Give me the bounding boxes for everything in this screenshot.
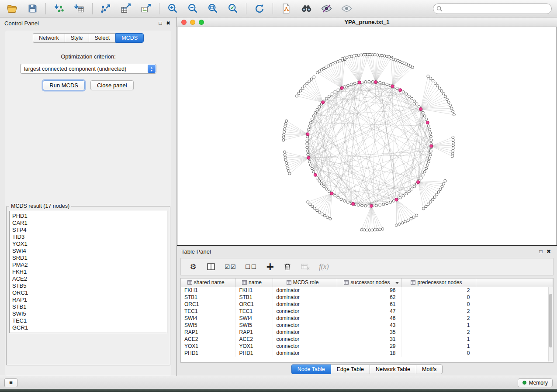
mcds-result-item[interactable]: SRD1 xyxy=(12,254,164,261)
zoom-fit-icon[interactable] xyxy=(206,2,220,15)
float-panel-icon[interactable]: □ xyxy=(156,19,164,27)
tab-style[interactable]: Style xyxy=(65,33,89,43)
tab-network[interactable]: Network xyxy=(33,33,65,43)
window-zoom-icon[interactable] xyxy=(199,20,204,25)
import-network-icon[interactable] xyxy=(52,2,66,15)
mcds-result-item[interactable]: TEC1 xyxy=(12,317,164,324)
window-minimize-icon[interactable] xyxy=(190,20,195,25)
column-header-successor-nodes[interactable]: successor nodes xyxy=(337,279,401,287)
close-panel-icon[interactable]: ✖ xyxy=(545,248,553,255)
table-cell: YOX1 xyxy=(235,343,273,350)
table-cell: dominator xyxy=(273,350,337,357)
column-header-name[interactable]: name xyxy=(235,279,273,287)
delete-column-trash-icon[interactable] xyxy=(282,261,293,273)
table-row[interactable]: STB1STB1dominator620 xyxy=(181,294,553,301)
mcds-result-item[interactable]: ACE2 xyxy=(12,275,164,282)
scrollbar-thumb[interactable] xyxy=(549,294,552,347)
table-cell: 2 xyxy=(401,287,476,294)
table-cell-filler xyxy=(476,287,553,294)
float-panel-icon[interactable]: □ xyxy=(537,248,545,255)
search-input[interactable] xyxy=(433,3,552,14)
mcds-result-item[interactable]: TID3 xyxy=(12,234,164,241)
table-row[interactable]: TEC1TEC1connector472 xyxy=(181,308,553,315)
criterion-dropdown[interactable]: largest connected component (undirected)… xyxy=(20,64,156,74)
run-mcds-button[interactable]: Run MCDS xyxy=(43,80,85,90)
window-close-icon[interactable] xyxy=(181,20,187,25)
mcds-result-item[interactable]: FKH1 xyxy=(12,268,164,275)
table-scrollbar xyxy=(548,287,553,361)
column-header-predecessor-nodes[interactable]: predecessor nodes xyxy=(401,279,476,287)
mcds-result-item[interactable]: RAP1 xyxy=(12,296,164,303)
tab-network-table[interactable]: Network Table xyxy=(370,364,416,374)
export-image-icon[interactable] xyxy=(139,2,153,15)
table-cell: STB1 xyxy=(181,294,235,301)
column-header-filler xyxy=(476,279,553,287)
mcds-result-item[interactable]: STB5 xyxy=(12,282,164,289)
table-row[interactable]: FKH1FKH1dominator962 xyxy=(181,287,553,294)
table-row[interactable]: ORC1ORC1dominator610 xyxy=(181,301,553,308)
memory-button[interactable]: Memory xyxy=(518,378,553,387)
toolbar-separator xyxy=(92,3,93,14)
mcds-result-item[interactable]: CAR1 xyxy=(12,220,164,227)
network-graph xyxy=(177,27,557,245)
application-window: Control Panel □ ✖ NetworkStyleSelectMCDS… xyxy=(0,0,557,392)
select-all-columns-icon[interactable]: ☑☑ xyxy=(224,261,237,273)
find-binoculars-icon[interactable] xyxy=(299,2,313,15)
share-document-icon[interactable] xyxy=(279,2,293,15)
table-cell: PHD1 xyxy=(235,350,273,357)
table-cell: PHD1 xyxy=(181,350,235,357)
hide-details-eye-icon[interactable] xyxy=(319,2,333,15)
apply-layout-icon[interactable] xyxy=(253,2,266,15)
table-row[interactable]: RAP1RAP1dominator352 xyxy=(181,329,553,336)
mcds-result-item[interactable]: PMA2 xyxy=(12,261,164,268)
import-table-icon[interactable] xyxy=(72,2,86,15)
column-header-MCDS-role[interactable]: MCDS role xyxy=(273,279,337,287)
table-row[interactable]: PHD1PHD1dominator180 xyxy=(181,350,553,357)
table-cell: 2 xyxy=(401,308,476,315)
table-cell: RAP1 xyxy=(235,329,273,336)
save-session-icon[interactable] xyxy=(25,2,39,15)
zoom-selected-icon[interactable] xyxy=(226,2,240,15)
table-row[interactable]: SWI4SWI4dominator462 xyxy=(181,315,553,322)
optimization-criterion-label: Optimization criterion: xyxy=(5,53,171,60)
task-history-menu-icon[interactable]: ≡ xyxy=(4,378,17,387)
mcds-result-item[interactable]: PHD1 xyxy=(12,213,164,220)
export-network-icon[interactable] xyxy=(99,2,113,15)
mcds-result-item[interactable]: SWI4 xyxy=(12,248,164,254)
mcds-result-item[interactable]: YOX1 xyxy=(12,241,164,248)
table-cell: dominator xyxy=(273,301,337,308)
table-cell: 2 xyxy=(401,329,476,336)
table-row[interactable]: SWI5SWI5connector431 xyxy=(181,322,553,329)
control-panel: Control Panel □ ✖ NetworkStyleSelectMCDS… xyxy=(0,17,177,376)
close-panel-icon[interactable]: ✖ xyxy=(164,19,172,27)
table-row[interactable]: YOX1YOX1connector291 xyxy=(181,343,553,350)
tab-motifs[interactable]: Motifs xyxy=(416,364,443,374)
tab-select[interactable]: Select xyxy=(89,33,116,43)
zoom-in-icon[interactable] xyxy=(166,2,180,15)
mcds-result-item[interactable]: STB1 xyxy=(12,303,164,310)
add-column-icon[interactable]: + xyxy=(265,261,275,273)
table-row[interactable]: ACE2ACE2connector311 xyxy=(181,336,553,343)
mcds-result-item[interactable]: ORC1 xyxy=(12,289,164,296)
zoom-out-icon[interactable] xyxy=(186,2,200,15)
export-table-icon[interactable] xyxy=(119,2,133,15)
open-file-icon[interactable] xyxy=(5,2,19,15)
table-settings-gear-icon[interactable]: ⚙ xyxy=(188,261,198,273)
mcds-result-item[interactable]: SWI5 xyxy=(12,310,164,317)
show-details-eye-icon[interactable] xyxy=(339,2,353,15)
table-cell: ORC1 xyxy=(181,301,235,308)
mcds-result-item[interactable]: GCR1 xyxy=(12,324,164,331)
table-cell: RAP1 xyxy=(181,329,235,336)
column-header-shared-name[interactable]: shared name xyxy=(181,279,235,287)
close-panel-button[interactable]: Close panel xyxy=(90,80,134,90)
show-columns-icon[interactable] xyxy=(205,261,217,273)
table-cell: dominator xyxy=(273,287,337,294)
table-cell: 0 xyxy=(401,350,476,357)
tab-mcds[interactable]: MCDS xyxy=(115,33,144,43)
mcds-result-item[interactable]: STP4 xyxy=(12,227,164,234)
tab-edge-table[interactable]: Edge Table xyxy=(331,364,370,374)
toolbar-separator xyxy=(246,3,246,14)
deselect-all-columns-icon[interactable]: ☐☐ xyxy=(244,261,258,273)
tab-node-table[interactable]: Node Table xyxy=(291,364,331,374)
network-canvas[interactable] xyxy=(177,27,557,246)
